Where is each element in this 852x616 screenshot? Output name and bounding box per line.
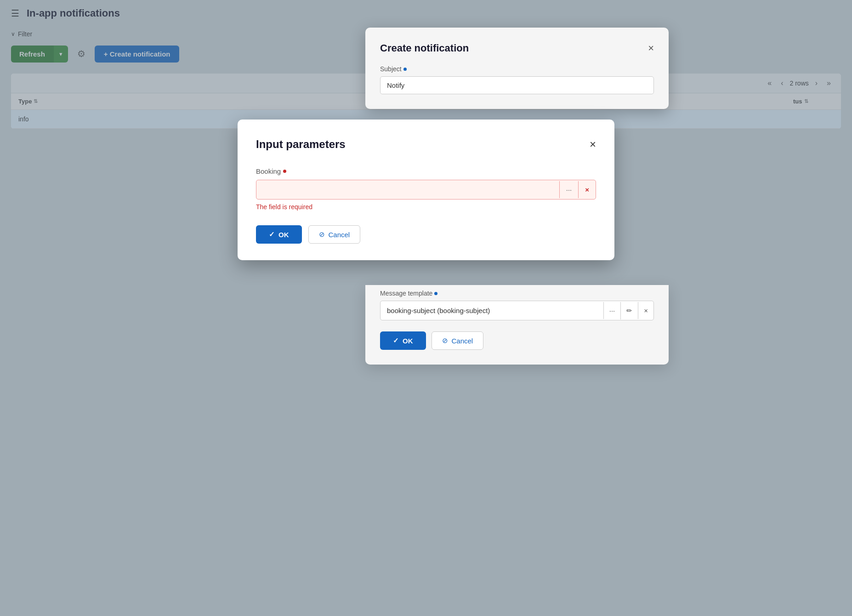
msg-template-clear-button[interactable]: × [638,302,653,319]
input-params-ok-label: OK [278,231,289,239]
booking-dots-icon: ··· [566,186,572,194]
create-notification-close-button[interactable]: × [648,43,654,53]
create-modal-ok-label: OK [403,337,413,345]
msg-template-label: Message template [380,290,654,297]
booking-section: Booking ··· × The field is required [256,167,596,211]
msg-template-dots-button[interactable]: ··· [603,302,621,319]
input-params-close-button[interactable]: × [590,139,596,150]
msg-template-clear-icon: × [644,307,648,314]
create-modal-cancel-button[interactable]: ⊘ Cancel [432,331,484,350]
subject-section: Subject [380,65,654,94]
booking-clear-button[interactable]: × [578,181,596,198]
booking-input-row: ··· × [256,180,596,200]
input-params-cancel-label: Cancel [329,231,350,239]
input-params-buttons: ✓ OK ⊘ Cancel [256,225,596,244]
message-template-section: Message template ··· ✏ × [380,290,654,320]
msg-template-edit-icon: ✏ [626,307,632,315]
create-notification-modal-title: Create notification [380,42,469,54]
msg-template-input[interactable] [381,301,603,320]
booking-required-dot [283,170,286,173]
booking-error-text: The field is required [256,203,596,211]
input-params-ok-button[interactable]: ✓ OK [256,225,302,244]
create-modal-ok-button[interactable]: ✓ OK [380,331,426,350]
input-params-header: Input parameters × [256,138,596,151]
booking-clear-icon: × [585,186,589,194]
subject-input[interactable] [380,76,654,94]
subject-label: Subject [380,65,654,73]
msg-template-input-row: ··· ✏ × [380,301,654,320]
create-notification-modal: Create notification × Subject [365,28,669,109]
input-params-ok-icon: ✓ [269,230,275,239]
create-modal-cancel-label: Cancel [452,337,473,345]
booking-dots-button[interactable]: ··· [559,181,579,198]
create-modal-ok-icon: ✓ [393,337,399,345]
create-modal-cancel-icon: ⊘ [442,337,448,345]
subject-required-dot [403,68,407,71]
msg-template-required-dot [434,292,437,295]
create-notification-modal-header: Create notification × [380,42,654,54]
booking-input[interactable] [256,180,559,199]
msg-template-edit-button[interactable]: ✏ [620,302,638,319]
input-params-cancel-icon: ⊘ [319,230,325,239]
create-notification-modal-lower: Message template ··· ✏ × ✓ OK ⊘ Cancel [365,285,669,365]
input-params-title: Input parameters [256,138,346,151]
msg-template-dots-icon: ··· [609,307,615,314]
booking-label: Booking [256,167,596,175]
input-parameters-modal: Input parameters × Booking ··· × The fie… [238,120,614,260]
create-modal-lower-buttons: ✓ OK ⊘ Cancel [380,331,654,350]
input-params-cancel-button[interactable]: ⊘ Cancel [308,225,361,244]
